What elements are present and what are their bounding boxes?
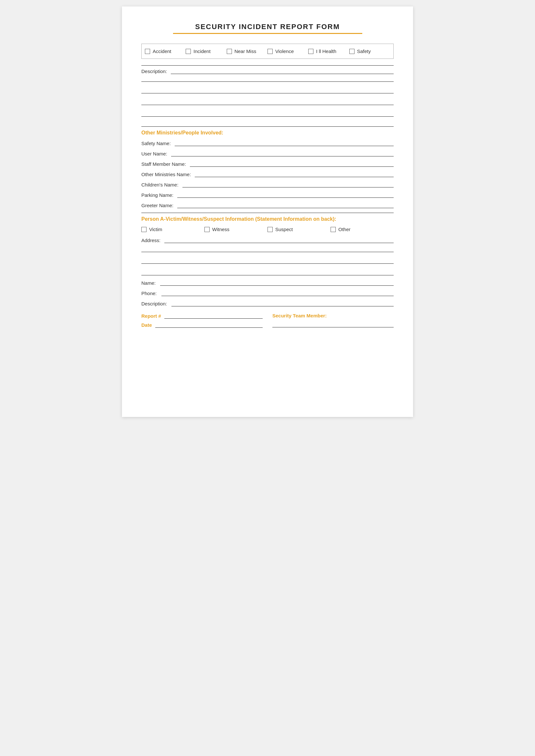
parking-name-label: Parking Name: — [141, 192, 173, 198]
divider-2 — [141, 126, 394, 127]
user-name-label: User Name: — [141, 151, 167, 156]
checkbox-ill-health-box[interactable] — [308, 49, 313, 54]
checkbox-violence-label: Violence — [275, 48, 294, 54]
address-row: Address: — [141, 237, 394, 244]
check-suspect-label: Suspect — [275, 227, 293, 232]
report-row: Report # — [141, 313, 263, 319]
name-label: Name: — [141, 280, 155, 286]
childrens-name-label: Children's Name: — [141, 182, 179, 187]
check-witness-label: Witness — [212, 227, 229, 232]
incident-type-row: Accident Incident Near Miss Violence I l… — [141, 44, 394, 59]
phone-input[interactable] — [161, 290, 394, 296]
parking-name-row: Parking Name: — [141, 192, 394, 198]
user-name-row: User Name: — [141, 150, 394, 156]
name-row: Name: — [141, 280, 394, 286]
check-other[interactable]: Other — [330, 227, 394, 232]
greeter-name-row: Greeter Name: — [141, 202, 394, 208]
checkbox-ill-health[interactable]: I ll Health — [308, 48, 349, 54]
phone-label: Phone: — [141, 290, 157, 296]
checkbox-violence-box[interactable] — [268, 49, 273, 54]
childrens-name-input[interactable] — [183, 182, 394, 187]
checkbox-safety-label: Safety — [357, 48, 371, 54]
other-ministries-section: Other Ministries/People Involved: Safety… — [141, 130, 394, 208]
description-section: Description: — [141, 68, 394, 117]
date-label: Date — [141, 322, 152, 328]
title-section: SECURITY INCIDENT REPORT FORM — [141, 23, 394, 34]
checkbox-incident-label: Incident — [193, 48, 211, 54]
parking-name-input[interactable] — [177, 192, 394, 198]
checkbox-near-miss-label: Near Miss — [235, 48, 257, 54]
check-victim-label: Victim — [149, 227, 162, 232]
checkbox-near-miss[interactable]: Near Miss — [227, 48, 268, 54]
checkbox-safety-box[interactable] — [349, 49, 354, 54]
page-container: SECURITY INCIDENT REPORT FORM Accident I… — [122, 7, 413, 417]
description-line-3[interactable] — [141, 88, 394, 94]
description-input-line[interactable] — [171, 68, 394, 74]
checkbox-incident-box[interactable] — [186, 49, 191, 54]
divider-1 — [141, 65, 394, 66]
footer-right: Security Team Member: — [272, 313, 394, 327]
description-line-5[interactable] — [141, 111, 394, 117]
title-underline — [173, 33, 362, 34]
report-label: Report # — [141, 313, 161, 319]
checkbox-accident[interactable]: Accident — [145, 48, 186, 54]
check-other-label: Other — [338, 227, 351, 232]
safety-name-label: Safety Name: — [141, 141, 171, 146]
security-team-input[interactable] — [272, 322, 394, 327]
staff-member-name-row: Staff Member Name: — [141, 161, 394, 167]
checkbox-accident-label: Accident — [153, 48, 171, 54]
greeter-name-input[interactable] — [177, 202, 394, 208]
checkbox-accident-box[interactable] — [145, 49, 150, 54]
person-description-input[interactable] — [171, 301, 394, 307]
safety-name-input[interactable] — [175, 140, 394, 146]
person-section: Person A-Victim/Witness/Suspect Informat… — [141, 216, 394, 307]
address-block: Address: — [141, 237, 394, 275]
other-ministries-name-input[interactable] — [195, 171, 394, 177]
divider-3 — [141, 213, 394, 213]
checkbox-victim-box[interactable] — [141, 227, 147, 232]
other-ministries-name-row: Other Ministries Name: — [141, 171, 394, 177]
checkbox-other-box[interactable] — [330, 227, 336, 232]
person-type-row: Victim Witness Suspect Other — [141, 227, 394, 232]
checkbox-violence[interactable]: Violence — [268, 48, 308, 54]
checkbox-witness-box[interactable] — [205, 227, 210, 232]
greeter-name-label: Greeter Name: — [141, 202, 173, 208]
footer-left: Report # Date — [141, 313, 263, 328]
user-name-input[interactable] — [171, 150, 394, 156]
safety-name-row: Safety Name: — [141, 140, 394, 146]
description-line-4[interactable] — [141, 99, 394, 105]
check-victim[interactable]: Victim — [141, 227, 205, 232]
address-label: Address: — [141, 237, 160, 243]
check-witness[interactable]: Witness — [205, 227, 268, 232]
checkbox-near-miss-box[interactable] — [227, 49, 232, 54]
report-input[interactable] — [164, 313, 263, 319]
checkbox-safety[interactable]: Safety — [349, 48, 390, 54]
name-input[interactable] — [160, 280, 394, 286]
address-line-2[interactable] — [141, 245, 394, 252]
description-label: Description: — [141, 68, 167, 74]
person-section-heading: Person A-Victim/Witness/Suspect Informat… — [141, 216, 394, 222]
check-suspect[interactable]: Suspect — [268, 227, 330, 232]
other-ministries-heading: Other Ministries/People Involved: — [141, 130, 394, 136]
address-input-line[interactable] — [164, 237, 394, 243]
address-line-4[interactable] — [141, 268, 394, 275]
description-row: Description: — [141, 68, 394, 75]
person-description-row: Description: — [141, 301, 394, 307]
other-ministries-name-label: Other Ministries Name: — [141, 172, 191, 177]
checkbox-ill-health-label: I ll Health — [316, 48, 336, 54]
date-row: Date — [141, 322, 263, 328]
staff-member-name-label: Staff Member Name: — [141, 161, 186, 167]
date-input[interactable] — [155, 322, 263, 328]
page-title: SECURITY INCIDENT REPORT FORM — [141, 23, 394, 31]
checkbox-suspect-box[interactable] — [268, 227, 273, 232]
address-line-3[interactable] — [141, 256, 394, 264]
description-line-2[interactable] — [141, 76, 394, 82]
bottom-fields: Name: Phone: Description: — [141, 280, 394, 307]
childrens-name-row: Children's Name: — [141, 182, 394, 187]
checkbox-incident[interactable]: Incident — [186, 48, 226, 54]
phone-row: Phone: — [141, 290, 394, 296]
footer-section: Report # Date Security Team Member: — [141, 313, 394, 328]
person-description-label: Description: — [141, 301, 167, 307]
security-team-label: Security Team Member: — [272, 313, 327, 318]
staff-member-name-input[interactable] — [190, 161, 394, 167]
